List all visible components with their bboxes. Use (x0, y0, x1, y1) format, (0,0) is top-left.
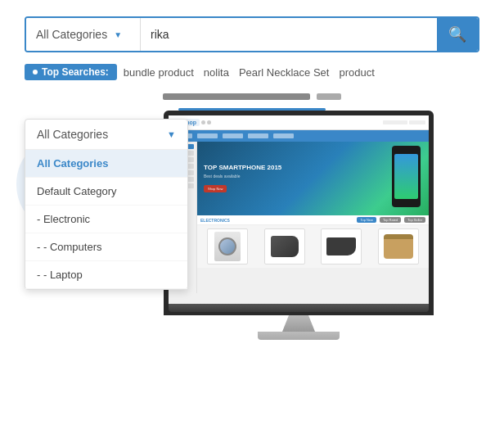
monitor-screen-outer: AZshop (164, 111, 434, 315)
bullet-icon (33, 70, 38, 75)
search-button[interactable]: 🔍 (437, 18, 478, 51)
top-searches-label: Top Searches: (25, 64, 117, 80)
search-tag-product[interactable]: product (339, 66, 374, 79)
website-products-row (197, 225, 429, 268)
monitor-screen: AZshop (169, 115, 429, 304)
iron-icon (271, 236, 299, 257)
washer-icon (214, 232, 241, 261)
monitor-base (258, 332, 340, 340)
search-input[interactable] (141, 18, 437, 51)
product-thumb-iron (264, 228, 305, 264)
website-main-content: TOP SMARTPHONE 2015 Best deals available… (197, 142, 429, 293)
category-dropdown-panel: All Categories ▼ All Categories Default … (25, 119, 188, 290)
hero-phone-screen (394, 154, 418, 199)
nav-dot-1 (201, 120, 205, 124)
monitor: AZshop (164, 111, 434, 340)
search-bar: All Categories ▼ 🔍 (25, 16, 479, 52)
search-tag-pearl[interactable]: Pearl Necklace Set (239, 66, 330, 79)
top-rated-btn: Top Rated (380, 217, 401, 223)
nav-dot-2 (207, 120, 211, 124)
website-products-bar: ELECTRONICS Top New Top Rated Top Seller (197, 215, 429, 225)
monitor-bottom-bar (169, 304, 429, 312)
website-hero: TOP SMARTPHONE 2015 Best deals available… (197, 142, 429, 215)
hero-cta-button: Shop Now (204, 185, 227, 192)
iron2-icon (326, 237, 356, 255)
website-content: AZshop (169, 115, 429, 304)
top-searches-bar: Top Searches: bundle product nolita Pear… (25, 64, 479, 80)
dropdown-item-computers[interactable]: - - Computers (25, 233, 187, 261)
top-new-btn: Top New (357, 217, 376, 223)
search-tag-nolita[interactable]: nolita (204, 66, 229, 79)
search-tag-bundle[interactable]: bundle product (124, 66, 194, 79)
nav-item-3 (223, 133, 243, 138)
dropdown-item-laptop[interactable]: - - Laptop (25, 261, 187, 289)
dropdown-arrow-down-icon: ▼ (167, 129, 176, 139)
nav-item-4 (248, 133, 268, 138)
search-icon: 🔍 (448, 25, 466, 43)
products-label: ELECTRONICS (200, 218, 230, 223)
monitor-section: All Categories ▼ All Categories Default … (25, 119, 479, 340)
website-inner: TOP SMARTPHONE 2015 Best deals available… (169, 142, 429, 293)
nav-item-5 (273, 133, 294, 138)
hero-text-block: TOP SMARTPHONE 2015 Best deals available… (204, 164, 281, 193)
pagination-area (25, 93, 479, 100)
dropdown-item-electronic[interactable]: - Electronic (25, 206, 187, 233)
top-seller-btn: Top Seller (404, 217, 425, 223)
pot-icon (384, 234, 413, 259)
dropdown-item-default-category[interactable]: Default Category (25, 178, 187, 206)
pagination-small (317, 93, 341, 100)
monitor-stand (282, 315, 315, 332)
pagination-bar (163, 93, 310, 100)
website-nav (169, 130, 429, 142)
search-tags: bundle product nolita Pearl Necklace Set… (124, 66, 375, 79)
dropdown-item-all-categories[interactable]: All Categories (25, 150, 187, 178)
dropdown-header-label: All Categories (37, 128, 108, 141)
hero-subtitle: Best deals available (204, 174, 281, 179)
product-thumb-washer (207, 228, 248, 264)
hero-phone (392, 146, 421, 207)
hero-title: TOP SMARTPHONE 2015 (204, 164, 281, 172)
dropdown-panel-header[interactable]: All Categories ▼ (25, 120, 187, 150)
product-thumb-iron2 (321, 228, 362, 264)
dropdown-arrow-icon: ▼ (114, 30, 122, 39)
nav-item-2 (197, 133, 218, 138)
category-dropdown[interactable]: All Categories ▼ (26, 18, 141, 51)
product-thumb-pot (378, 228, 419, 264)
website-topbar: AZshop (169, 115, 429, 130)
category-label: All Categories (36, 28, 107, 41)
